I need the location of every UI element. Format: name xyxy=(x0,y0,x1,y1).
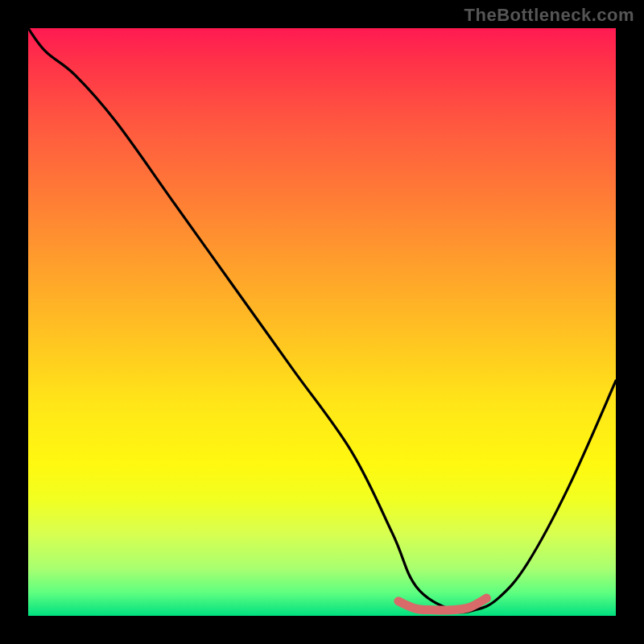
chart-plot-area xyxy=(28,28,616,616)
bottleneck-curve-svg xyxy=(28,28,616,616)
bottleneck-curve-path xyxy=(28,28,616,613)
watermark-text: TheBottleneck.com xyxy=(464,5,634,26)
optimal-range-marker-path xyxy=(398,598,487,610)
